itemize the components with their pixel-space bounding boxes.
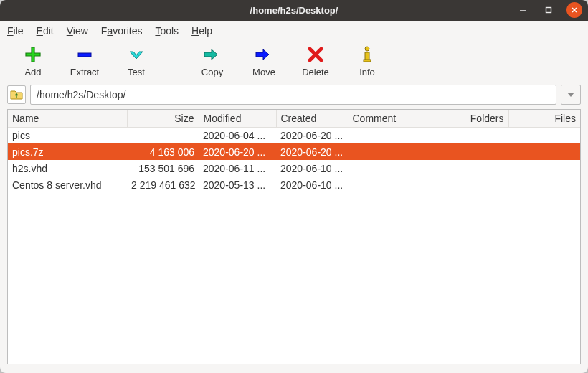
column-modified[interactable]: Modified (199, 110, 276, 127)
check-icon (128, 45, 145, 64)
menu-favorites[interactable]: Favorites (101, 25, 143, 37)
menu-help[interactable]: Help (191, 25, 212, 37)
test-label: Test (128, 67, 145, 77)
file-table: Name Size Modified Created Comment Folde… (8, 110, 580, 193)
file-list[interactable]: Name Size Modified Created Comment Folde… (7, 109, 581, 364)
cell-created: 2020-06-10 ... (276, 176, 348, 193)
minus-icon (76, 45, 93, 64)
info-icon (362, 45, 372, 64)
window-controls (515, 2, 582, 18)
delete-x-icon (308, 45, 323, 64)
extract-label: Extract (70, 67, 99, 77)
cell-comment (348, 160, 437, 176)
menu-tools[interactable]: Tools (155, 25, 179, 37)
info-label: Info (359, 67, 375, 77)
svg-rect-7 (364, 60, 371, 62)
plus-icon (24, 45, 42, 64)
delete-label: Delete (302, 67, 329, 77)
cell-size: 2 219 461 632 (127, 176, 199, 193)
column-files[interactable]: Files (508, 110, 580, 127)
column-folders[interactable]: Folders (437, 110, 508, 127)
cell-folders (437, 176, 508, 193)
add-button[interactable]: Add (16, 45, 50, 77)
window: /home/h2s/Desktop/ File Edit View Favori… (0, 0, 588, 373)
extract-button[interactable]: Extract (67, 45, 102, 77)
cell-comment (348, 176, 437, 193)
table-row[interactable]: pics.7z4 163 0062020-06-20 ...2020-06-20… (8, 143, 580, 160)
menu-edit[interactable]: Edit (37, 25, 54, 37)
cell-comment (348, 143, 437, 160)
cell-name: h2s.vhd (8, 160, 127, 176)
path-dropdown-button[interactable] (561, 85, 581, 105)
cell-created: 2020-06-10 ... (276, 160, 348, 176)
copy-button[interactable]: Copy (195, 45, 229, 77)
cell-created: 2020-06-20 ... (276, 143, 348, 160)
cell-size (127, 127, 199, 143)
menu-file[interactable]: File (7, 25, 24, 37)
cell-folders (437, 127, 508, 143)
table-row[interactable]: h2s.vhd153 501 6962020-06-11 ...2020-06-… (8, 160, 580, 176)
svg-rect-4 (78, 53, 91, 57)
chevron-down-icon (567, 93, 574, 97)
menu-view[interactable]: View (67, 25, 88, 37)
svg-rect-1 (546, 8, 551, 13)
cell-folders (437, 160, 508, 176)
move-label: Move (252, 67, 275, 77)
titlebar: /home/h2s/Desktop/ (0, 0, 588, 21)
cell-name: Centos 8 server.vhd (8, 176, 127, 193)
cell-modified: 2020-06-11 ... (199, 160, 276, 176)
copy-arrow-icon (203, 45, 222, 64)
cell-files (508, 143, 580, 160)
column-name[interactable]: Name (8, 110, 127, 127)
cell-name: pics.7z (8, 143, 127, 160)
column-size[interactable]: Size (127, 110, 199, 127)
move-button[interactable]: Move (247, 45, 281, 77)
move-arrow-icon (255, 45, 273, 64)
menu-file-rest: ile (14, 25, 24, 37)
cell-folders (437, 143, 508, 160)
cell-comment (348, 127, 437, 143)
cell-modified: 2020-06-04 ... (199, 127, 276, 143)
up-folder-button[interactable] (7, 85, 26, 104)
table-row[interactable]: pics2020-06-04 ...2020-06-20 ... (8, 127, 580, 143)
cell-files (508, 127, 580, 143)
cell-files (508, 176, 580, 193)
cell-size: 4 163 006 (127, 143, 199, 160)
folder-up-icon (10, 89, 23, 100)
info-button[interactable]: Info (350, 45, 384, 77)
cell-name: pics (8, 127, 127, 143)
window-title: /home/h2s/Desktop/ (250, 5, 338, 16)
cell-modified: 2020-05-13 ... (199, 176, 276, 193)
maximize-button[interactable] (541, 2, 556, 18)
table-header-row: Name Size Modified Created Comment Folde… (8, 110, 580, 127)
delete-button[interactable]: Delete (298, 45, 333, 77)
path-input[interactable] (30, 85, 556, 105)
pathbar (7, 85, 581, 105)
svg-point-5 (365, 47, 369, 51)
cell-files (508, 160, 580, 176)
table-row[interactable]: Centos 8 server.vhd2 219 461 6322020-05-… (8, 176, 580, 193)
cell-created: 2020-06-20 ... (276, 127, 348, 143)
minimize-button[interactable] (515, 2, 531, 18)
close-button[interactable] (566, 2, 582, 18)
column-created[interactable]: Created (276, 110, 348, 127)
menubar: File Edit View Favorites Tools Help (0, 21, 588, 41)
test-button[interactable]: Test (119, 45, 153, 77)
column-comment[interactable]: Comment (348, 110, 437, 127)
add-label: Add (24, 67, 41, 77)
toolbar: Add Extract Test Copy Move (0, 41, 588, 80)
copy-label: Copy (201, 67, 223, 77)
cell-size: 153 501 696 (127, 160, 199, 176)
cell-modified: 2020-06-20 ... (199, 143, 276, 160)
